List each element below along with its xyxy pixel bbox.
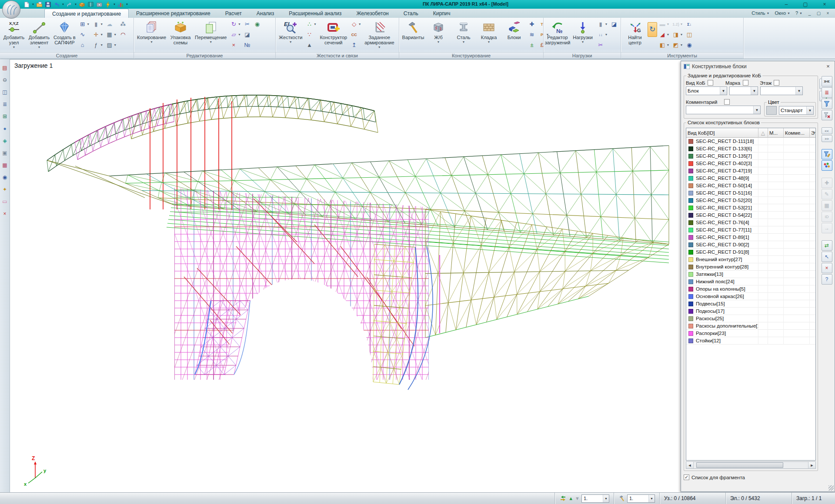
list-view-button[interactable]: ≣	[1, 100, 9, 108]
pager-prev-button[interactable]: <<	[822, 127, 832, 134]
horizontal-scrollbar[interactable]: ◄ ►	[686, 461, 816, 469]
copy-loads-button[interactable]: ◪	[609, 19, 619, 29]
block-list-item[interactable]: Основной каркас[26]	[686, 293, 815, 300]
scrollbar-thumb[interactable]	[696, 462, 783, 468]
mark-combobox[interactable]: ▼	[729, 86, 758, 95]
app-logo[interactable]	[2, 0, 20, 19]
given-reinforcement-button[interactable]: Заданное армирование▼	[363, 19, 396, 52]
renumber-button[interactable]: №	[242, 40, 252, 50]
block-list-item[interactable]: SEC-RC_RECT D-48[9]	[686, 175, 815, 182]
block-list-item[interactable]: Затяжки[13]	[686, 271, 815, 278]
id-button[interactable]: ID	[822, 212, 832, 222]
loadcase-editor-button[interactable]: №Редактор загружений	[545, 19, 570, 52]
pack-block-button[interactable]: ▦	[822, 200, 832, 211]
histogram-button[interactable]: ◢▼	[658, 30, 671, 40]
selection-combobox[interactable]: 1.▼	[581, 494, 609, 503]
block-list-item[interactable]: SEC-RC_RECT D-111[18]	[686, 138, 815, 145]
new-document-button[interactable]	[23, 0, 31, 8]
comment-combobox[interactable]: ▼	[686, 106, 761, 114]
block-list-item[interactable]: Подкосы[17]	[686, 308, 815, 315]
block-list-item[interactable]: SEC-RC_RECT D-133[6]	[686, 145, 815, 153]
dropdown-arrow-icon[interactable]: ▾	[31, 3, 35, 6]
cap-button[interactable]: ◇▼	[349, 19, 362, 29]
block-list-item[interactable]: Подвесы[15]	[686, 300, 815, 308]
tab-steel[interactable]: Сталь	[396, 9, 426, 18]
edit-block-button[interactable]: ✎	[822, 189, 832, 199]
isofields-button[interactable]: ◫	[685, 30, 694, 40]
doc-restore-button[interactable]: ▢	[815, 11, 822, 16]
sphere-view-button[interactable]: ●	[1, 124, 9, 133]
reinforced-concrete-button[interactable]: Ж/б▼	[426, 19, 451, 52]
rotate-view-button[interactable]: ↻	[648, 22, 657, 37]
mosaic-c-button[interactable]: ◧▼	[658, 40, 671, 50]
save-button[interactable]	[44, 0, 52, 8]
minimize-button[interactable]: –	[777, 0, 796, 9]
block-list-item[interactable]: SEC-RC_RECT D-50[14]	[686, 182, 815, 189]
collapse-columns-button[interactable]: »«	[822, 76, 832, 86]
print-button[interactable]: ▤	[1, 63, 9, 72]
copy-button[interactable]: Копирование▼	[135, 19, 168, 52]
flag-button[interactable]: ◈	[1, 136, 9, 145]
color-combobox[interactable]: Стандарт▼	[779, 106, 814, 115]
block-list-item[interactable]: SEC-RC_RECT D-53[21]	[686, 204, 815, 212]
hammer-icon[interactable]	[618, 495, 625, 502]
floor-checkbox[interactable]	[774, 80, 779, 86]
remove-selection-button[interactable]: ⊖	[1, 76, 9, 84]
create-building-button[interactable]: ⌂	[78, 40, 91, 50]
erase-button[interactable]: ×	[229, 40, 242, 50]
digits-button[interactable]: 1.2)▼	[671, 19, 684, 29]
close-button[interactable]: ×	[815, 0, 834, 9]
block-list-item[interactable]: SEC-RC_RECT D-89[1]	[686, 234, 815, 241]
color-swatch[interactable]	[766, 106, 777, 115]
block-list-item[interactable]: Внутренний контур[28]	[686, 263, 815, 271]
doc-minimize-button[interactable]: _	[806, 11, 813, 16]
kob-type-checkbox[interactable]	[708, 80, 713, 86]
tab-brick[interactable]: Кирпич	[426, 9, 458, 18]
block-list-item[interactable]: Опоры на колонны[5]	[686, 285, 815, 293]
quick-calc-button[interactable]	[104, 0, 112, 8]
surface-function-button[interactable]: ƒ▼	[91, 40, 104, 50]
block-list-item[interactable]: Раскосы[25]	[686, 315, 815, 322]
mark-checkbox[interactable]	[743, 80, 748, 86]
block-list-item[interactable]: SEC-RC_RECT D-91[8]	[686, 249, 815, 256]
tab-analysis[interactable]: Анализ	[249, 9, 282, 18]
create-surface-button[interactable]: ▮▼	[91, 19, 104, 29]
create-arch-button[interactable]: ◠	[118, 30, 128, 40]
block-list-item[interactable]: SEC-RC_RECT D-135[7]	[686, 153, 815, 160]
section-designer-button[interactable]: Конструктор сечений	[318, 19, 349, 52]
dropdown-arrow-icon[interactable]: ▾	[74, 3, 77, 6]
blocks-button[interactable]: Блоки	[501, 19, 527, 52]
rotate-button[interactable]: ↻▼	[229, 19, 242, 29]
nodes-scheme-button[interactable]: ⁂	[118, 19, 128, 29]
add-node-button[interactable]: X,Y,ZДобавить узел▼	[1, 19, 27, 52]
add-rebar-button[interactable]: ✚	[527, 19, 537, 29]
sort-icon[interactable]: △	[758, 128, 768, 138]
customize-qat-button[interactable]: ▾	[125, 3, 129, 6]
block-list-item[interactable]: SEC-RC_RECT D-47[19]	[686, 167, 815, 175]
create-truss-button[interactable]: ∿	[78, 30, 91, 40]
block-list-item[interactable]: SEC-RC_RECT D-54[22]	[686, 212, 815, 219]
block-list-item[interactable]: SEC-RC_RECT D-90[2]	[686, 241, 815, 249]
undo-button[interactable]	[53, 0, 61, 8]
loads-button[interactable]: Нагрузки▼	[570, 19, 595, 52]
redo-button[interactable]	[65, 0, 73, 8]
column-header-floor[interactable]: Этаж	[810, 128, 815, 138]
mosaic-t-button[interactable]: ◩▼	[671, 40, 684, 50]
select-on-scheme-button[interactable]: ↖	[822, 252, 832, 262]
copy-properties-button[interactable]: ◪	[242, 30, 252, 40]
color-scale-button[interactable]: ▬▼	[658, 19, 671, 29]
block-list-item[interactable]: Стойки[12]	[686, 337, 815, 345]
tab-create-edit[interactable]: Создание и редактирование	[44, 9, 129, 18]
steel-button[interactable]: Сталь▼	[451, 19, 476, 52]
variant-combobox[interactable]: 1.▼	[627, 494, 655, 503]
block-list-item[interactable]: Раскосы дополнительные[10]	[686, 322, 815, 330]
block-list-item[interactable]: Распорки[23]	[686, 330, 815, 337]
add-block-button[interactable]: ✚	[822, 178, 832, 188]
column-header-comment[interactable]: Комме...	[784, 128, 810, 138]
column-header-mark[interactable]: М...	[768, 128, 784, 138]
fragment-list-checkbox[interactable]: ✓	[684, 474, 689, 480]
pages-button[interactable]: ◫	[1, 88, 9, 96]
anchor-button[interactable]: ▲	[304, 40, 317, 50]
tab-advanced-analysis[interactable]: Расширенный анализ	[281, 9, 349, 18]
block-list-item[interactable]: SEC-RC_RECT D-52[20]	[686, 197, 815, 204]
